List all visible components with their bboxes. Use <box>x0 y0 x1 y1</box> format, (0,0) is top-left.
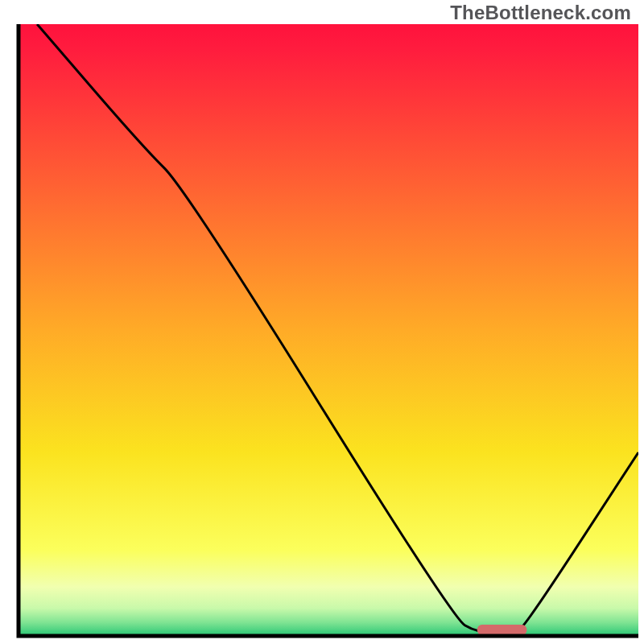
gradient-background <box>19 24 638 636</box>
bottleneck-chart <box>0 0 644 644</box>
optimum-marker <box>477 625 527 635</box>
chart-frame: TheBottleneck.com <box>0 0 644 644</box>
